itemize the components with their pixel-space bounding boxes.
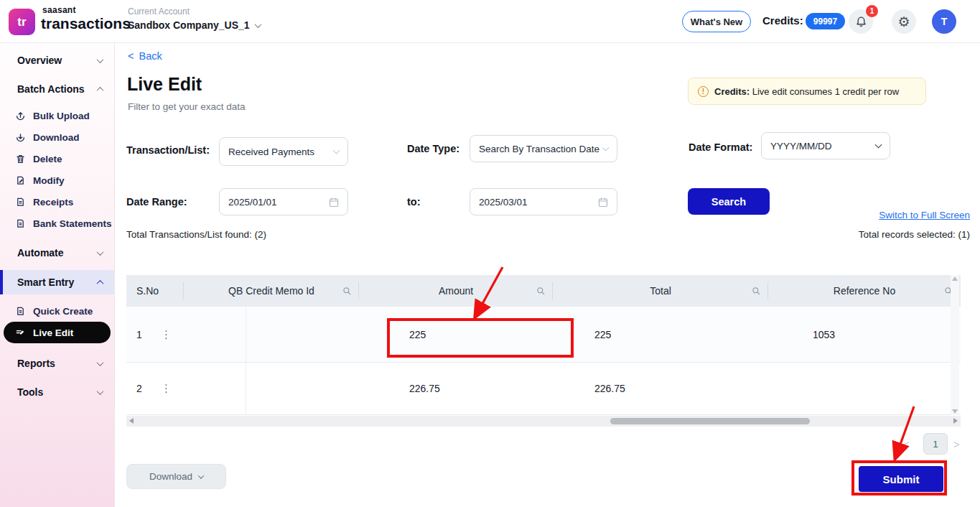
kebab-menu-icon[interactable]: ⋮ (161, 328, 172, 341)
whats-new-button[interactable]: What's New (682, 11, 751, 32)
sidebar-section-smart-entry[interactable]: Smart Entry (0, 270, 114, 294)
chevron-down-icon (97, 248, 104, 256)
transaction-list-select[interactable]: Received Payments (219, 137, 348, 166)
search-icon[interactable] (752, 287, 761, 296)
sidebar-section-reports[interactable]: Reports (0, 350, 114, 376)
date-range-label: Date Range: (126, 196, 187, 208)
row-sno: 2 (136, 383, 142, 394)
page-subtitle: Filter to get your exact data (128, 101, 246, 112)
total-selected-text: Total records selected: (1) (859, 229, 970, 240)
chevron-up-icon (97, 279, 104, 287)
sidebar-item-modify[interactable]: Modify (0, 169, 114, 191)
settings-button[interactable]: ⚙ (892, 9, 916, 34)
scrollbar-thumb[interactable] (610, 418, 810, 424)
sidebar-item-bulk-upload[interactable]: Bulk Upload (0, 105, 114, 126)
brand-name: saasant transactions (41, 6, 131, 31)
calendar-icon (329, 197, 339, 208)
cell-amount[interactable]: 226.75 (409, 383, 440, 394)
download-button[interactable]: Download (126, 464, 226, 489)
pagination-next-button[interactable]: > (953, 438, 960, 450)
vertical-scrollbar[interactable] (951, 275, 959, 415)
date-format-select[interactable]: YYYY/MM/DD (761, 132, 890, 159)
info-icon: ! (698, 86, 709, 97)
account-switcher[interactable]: Current Account Sandbox Company_US_1 (128, 6, 261, 31)
account-label: Current Account (128, 6, 261, 17)
table-row[interactable]: 2 ⋮ 226.75 226.75 (126, 363, 961, 415)
sidebar-item-bank-statements[interactable]: Bank Statements (0, 213, 114, 234)
sidebar-section-overview[interactable]: Overview (0, 47, 114, 73)
brand-logo-icon: tr (9, 9, 35, 35)
sidebar-item-live-edit[interactable]: Live Edit (4, 322, 111, 343)
switch-fullscreen-link[interactable]: Switch to Full Screen (879, 210, 970, 220)
brand-top-text: saasant (42, 6, 131, 14)
notice-bold: Credits: (714, 86, 750, 97)
scroll-right-arrow-icon[interactable] (953, 418, 958, 424)
user-avatar[interactable]: T (932, 9, 956, 34)
date-to-input[interactable]: 2025/03/01 (470, 188, 617, 215)
search-button[interactable]: Search (688, 188, 770, 215)
notification-count-badge: 1 (866, 5, 878, 17)
scroll-down-arrow-icon[interactable] (952, 409, 958, 414)
sidebar-section-tools[interactable]: Tools (0, 379, 114, 405)
column-header-reference-no: Reference No (768, 275, 961, 307)
chevron-down-icon (254, 21, 261, 28)
sidebar-item-quick-create[interactable]: Quick Create (0, 300, 114, 322)
credits-notice: ! Credits: Live edit consumes 1 credit p… (688, 78, 926, 105)
brand-bottom-text: transactions (41, 16, 131, 31)
cell-reference-no: 1053 (813, 329, 835, 340)
table-header-row: S.No QB Credit Memo Id Amount Total Refe… (126, 275, 961, 307)
transaction-list-label: Transaction/List: (126, 144, 210, 156)
main-content: < Back Live Edit Filter to get your exac… (115, 43, 980, 507)
pagination-prev-button[interactable]: < (903, 438, 910, 450)
download-icon (15, 132, 26, 143)
trash-icon (15, 154, 26, 164)
to-label: to: (407, 196, 421, 208)
pagination-page-button[interactable]: 1 (923, 433, 948, 455)
chevron-down-icon (875, 141, 882, 149)
chevron-down-icon (602, 144, 610, 152)
date-type-select[interactable]: Search By Transaction Date (470, 135, 617, 162)
total-found-text: Total Transactions/List found: (2) (126, 229, 266, 240)
back-link[interactable]: < Back (128, 50, 162, 62)
page-title: Live Edit (127, 74, 202, 95)
date-from-input[interactable]: 2025/01/01 (219, 188, 348, 215)
gear-icon: ⚙ (897, 14, 910, 30)
back-chevron-icon: < (128, 50, 134, 62)
date-format-label: Date Format: (689, 141, 752, 153)
edit-icon (15, 327, 26, 338)
chevron-down-icon (198, 473, 204, 478)
sidebar-section-automate[interactable]: Automate (0, 240, 114, 266)
search-icon[interactable] (536, 287, 546, 296)
sidebar: Overview Batch Actions Bulk Upload Downl… (0, 43, 115, 507)
notice-text: Live edit consumes 1 credit per row (752, 86, 899, 97)
sidebar-section-batch-actions[interactable]: Batch Actions (0, 76, 114, 102)
cell-total: 226.75 (594, 383, 625, 394)
document-icon (15, 306, 26, 317)
sidebar-item-receipts[interactable]: Receipts (0, 191, 114, 213)
column-header-total: Total (553, 275, 768, 307)
document-icon (15, 197, 26, 208)
cell-total: 225 (594, 329, 611, 340)
scroll-left-arrow-icon[interactable] (129, 418, 134, 424)
chevron-down-icon (333, 147, 340, 154)
cell-amount[interactable]: 225 (409, 329, 426, 340)
document-edit-icon (15, 175, 26, 186)
chevron-up-icon (97, 86, 104, 93)
submit-button[interactable]: Submit (859, 466, 943, 492)
sidebar-item-delete[interactable]: Delete (0, 148, 114, 169)
document-icon (15, 218, 26, 229)
account-name: Sandbox Company_US_1 (128, 19, 250, 31)
row-sno: 1 (136, 329, 142, 340)
scroll-up-arrow-icon[interactable] (952, 276, 958, 281)
search-icon[interactable] (342, 287, 352, 296)
table-row[interactable]: 1 ⋮ 225 225 1053 (126, 307, 961, 363)
results-table: S.No QB Credit Memo Id Amount Total Refe… (126, 275, 961, 415)
horizontal-scrollbar[interactable] (126, 416, 961, 427)
kebab-menu-icon[interactable]: ⋮ (161, 382, 172, 395)
credits-label: Credits: (762, 14, 803, 27)
app-header: tr saasant transactions Current Account … (0, 0, 980, 43)
chevron-down-icon (97, 56, 104, 63)
column-divider (246, 307, 246, 415)
calendar-icon (598, 197, 608, 208)
sidebar-item-download[interactable]: Download (0, 126, 114, 148)
